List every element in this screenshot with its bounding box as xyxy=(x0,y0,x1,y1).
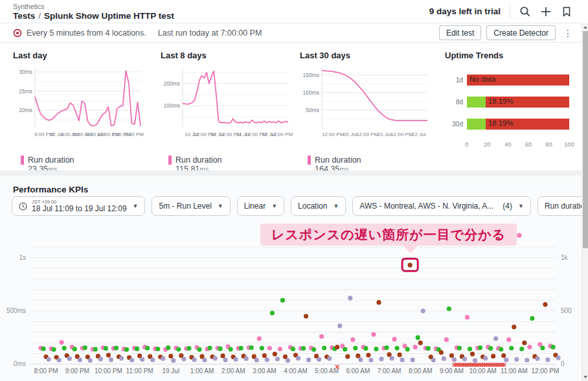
run-duration-scatter-wrap: 0ms500ms1s05001k8:00 PM9:00 PM10:00 PM11… xyxy=(0,228,582,381)
uptime-row-label: 1d xyxy=(445,76,463,84)
last-30-days-chart[interactable]: 50ms100ms150ms12:00 PM20 Jul12:00 PM21 J… xyxy=(300,63,433,150)
legend-label: Run duration xyxy=(315,156,361,165)
svg-text:9:00 AM: 9:00 AM xyxy=(440,367,464,375)
uptime-row[interactable]: 30d18.19% xyxy=(445,119,569,130)
svg-text:6:00 AM: 6:00 AM xyxy=(346,367,370,375)
uptime-bar: 18.19% xyxy=(467,97,569,108)
clock-icon xyxy=(19,202,27,211)
svg-text:3:00 AM: 3:00 AM xyxy=(253,367,277,375)
more-actions-kebab-icon[interactable]: ⋮ xyxy=(561,28,575,38)
chevron-down-icon: ▼ xyxy=(333,203,339,209)
legend-swatch xyxy=(21,156,24,165)
svg-text:1s: 1s xyxy=(19,254,26,261)
svg-text:10:00 PM: 10:00 PM xyxy=(95,367,122,375)
page-title: Splunk Show Uptime HTTP test xyxy=(44,11,174,21)
time-range-value: 18 Jul 11:09 to 19 Jul 12:09 xyxy=(32,205,127,213)
last-8-days-card: Last 8 days 100ms200ms19 Jul12:00 PM20 J… xyxy=(161,51,293,174)
resolution-dropdown[interactable]: 5m - Run Level▼ xyxy=(152,196,230,216)
svg-text:25ms: 25ms xyxy=(19,88,32,95)
locations-dropdown[interactable]: AWS - Montreal, AWS - N. Virginia, A...(… xyxy=(352,196,531,216)
uptime-bar-value: No data xyxy=(469,75,495,83)
svg-text:11:00 PM: 11:00 PM xyxy=(126,367,153,375)
svg-text:500: 500 xyxy=(561,307,572,314)
svg-text:5:00 AM: 5:00 AM xyxy=(315,367,339,375)
chevron-down-icon: ▼ xyxy=(271,203,277,209)
uptime-trends-card: Uptime Trends 1dNo data8d18.19%30d18.19%… xyxy=(445,51,569,148)
svg-text:7:00 AM: 7:00 AM xyxy=(378,367,401,375)
schedule-text: Every 5 minutes from 4 locations. xyxy=(27,29,146,38)
last-day-card: Last day 20ms25ms30ms9:00 PM22 Jul3:00 A… xyxy=(13,51,146,174)
uptime-bar-up-segment xyxy=(467,97,486,108)
time-range-picker[interactable]: JST +09:00 18 Jul 11:09 to 19 Jul 12:09 … xyxy=(12,196,145,216)
synthetics-test-page: Synthetics Tests/Splunk Show Uptime HTTP… xyxy=(0,0,588,381)
svg-text:12:00 PM: 12:00 PM xyxy=(390,132,413,137)
vertical-scrollbar[interactable] xyxy=(582,23,588,381)
uptime-bar-value: 18.19% xyxy=(488,119,514,127)
svg-text:0ms: 0ms xyxy=(14,360,26,367)
uptime-x-axis: 020406080100 xyxy=(467,141,569,148)
legend: Run duration xyxy=(168,156,293,165)
header-divider xyxy=(510,5,510,19)
group-by-dropdown[interactable]: Location▼ xyxy=(291,196,346,216)
svg-text:12:00 PM: 12:00 PM xyxy=(532,367,560,375)
svg-text:8:00 PM: 8:00 PM xyxy=(34,367,58,375)
test-toolbar: Every 5 minutes from 4 locations. Last r… xyxy=(0,23,582,43)
svg-text:100ms: 100ms xyxy=(302,89,319,96)
scrollbar-thumb[interactable] xyxy=(583,31,588,248)
trial-badge: 9 days left in trial xyxy=(429,6,501,16)
svg-text:150ms: 150ms xyxy=(302,72,319,78)
svg-text:2:00 AM: 2:00 AM xyxy=(221,367,245,375)
chart-title: Uptime Trends xyxy=(445,51,569,60)
create-detector-button[interactable]: Create Detector xyxy=(486,25,556,40)
svg-text:10:00 AM: 10:00 AM xyxy=(469,367,496,375)
last-30-days-card: Last 30 days 50ms100ms150ms12:00 PM20 Ju… xyxy=(300,51,433,174)
svg-text:50ms: 50ms xyxy=(306,107,319,113)
last-day-chart[interactable]: 20ms25ms30ms9:00 PM22 Jul3:00 AM6:00 AM9… xyxy=(13,63,146,150)
svg-text:30ms: 30ms xyxy=(19,69,32,75)
uptime-bar: No data xyxy=(467,75,569,86)
scale-dropdown[interactable]: Linear▼ xyxy=(237,196,284,216)
chart-title: Last 30 days xyxy=(300,51,433,60)
svg-text:100ms: 100ms xyxy=(163,102,180,109)
svg-text:20ms: 20ms xyxy=(19,107,32,113)
chevron-down-icon: ▼ xyxy=(133,203,139,209)
slow-response-callout: レスポンスの遅い箇所が一目で分かる xyxy=(260,224,517,246)
svg-text:0: 0 xyxy=(561,360,565,367)
uptime-row-label: 30d xyxy=(445,121,463,128)
search-icon[interactable] xyxy=(519,6,531,17)
svg-text:8:00 AM: 8:00 AM xyxy=(409,367,433,375)
legend-swatch xyxy=(308,156,311,165)
edit-test-button[interactable]: Edit test xyxy=(439,25,481,40)
svg-text:9:00 PM: 9:00 PM xyxy=(65,367,89,375)
run-duration-scatter-chart[interactable]: 0ms500ms1s05001k8:00 PM9:00 PM10:00 PM11… xyxy=(0,228,582,381)
last-8-days-chart[interactable]: 100ms200ms19 Jul12:00 PM20 Jul12:00 PM21… xyxy=(161,63,293,150)
svg-text:21 Jul: 21 Jul xyxy=(378,132,392,137)
svg-text:22 Jul: 22 Jul xyxy=(412,132,426,137)
kpi-filter-bar: JST +09:00 18 Jul 11:09 to 19 Jul 12:09 … xyxy=(12,196,588,216)
metric-dropdown[interactable]: Run duration (1)▼ xyxy=(537,196,588,216)
legend-swatch xyxy=(168,156,172,165)
bookmark-icon[interactable] xyxy=(561,6,572,17)
legend: Run duration xyxy=(21,156,146,165)
scroll-up-arrow-icon[interactable] xyxy=(583,26,587,29)
svg-text:19 Jul: 19 Jul xyxy=(162,367,179,375)
uptime-row[interactable]: 1dNo data xyxy=(445,75,569,86)
performance-kpi-title: Performance KPIs xyxy=(13,185,88,194)
uptime-bar: 18.19% xyxy=(467,119,569,130)
create-plus-icon[interactable] xyxy=(540,6,552,17)
chart-title: Last 8 days xyxy=(161,51,293,60)
svg-text:12:00 PM: 12:00 PM xyxy=(356,132,379,137)
breadcrumb-tests-link[interactable]: Tests xyxy=(13,11,35,21)
breadcrumb-separator: / xyxy=(35,11,44,21)
uptime-row[interactable]: 8d18.19% xyxy=(445,97,569,108)
uptime-row-label: 8d xyxy=(445,98,463,106)
svg-text:11:00 AM: 11:00 AM xyxy=(501,367,528,375)
svg-text:200ms: 200ms xyxy=(163,80,180,87)
uptime-rows: 1dNo data8d18.19%30d18.19% xyxy=(445,75,569,130)
scroll-down-arrow-icon[interactable] xyxy=(583,376,587,378)
last-run-text: Last run today at 7:00:00 PM xyxy=(158,29,262,38)
callout-text: レスポンスの遅い箇所が一目で分かる xyxy=(271,226,506,244)
uptime-trends-chart[interactable]: 1dNo data8d18.19%30d18.19%020406080100 xyxy=(445,75,569,148)
svg-text:12:00 PM: 12:00 PM xyxy=(271,132,293,137)
svg-text:20 Jul: 20 Jul xyxy=(343,132,357,137)
